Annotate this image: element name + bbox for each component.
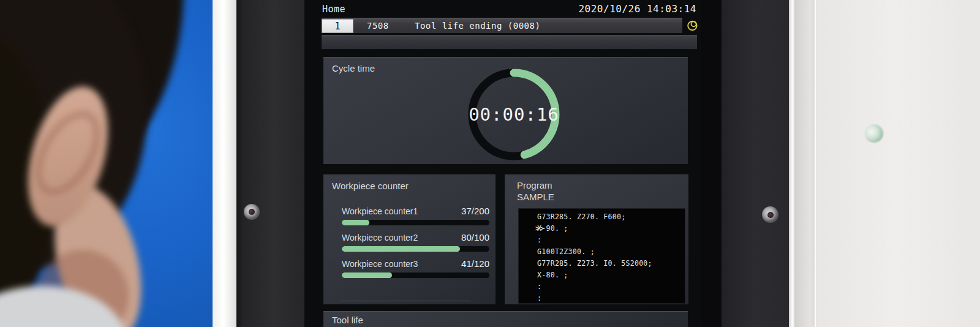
gcode-line: : <box>519 281 685 293</box>
counter3-value: 41/120 <box>461 258 489 269</box>
alarm-message: Tool life ending (0008) <box>415 21 540 31</box>
tool-life-heading: Tool life <box>332 315 363 325</box>
cursor-marker <box>519 269 537 281</box>
gcode-viewer: G73R285. Z270. F600; >> X-90. ; : G100T2… <box>518 208 685 304</box>
cursor-marker: >> <box>519 223 537 235</box>
monitor-bezel-right <box>722 0 789 327</box>
cycle-progress-ring: 00:00:16 <box>465 66 563 164</box>
panel-divider <box>340 301 471 301</box>
cycle-time-label: Cycle time <box>332 63 375 73</box>
bezel-screw-icon <box>244 204 260 220</box>
gcode-line: : <box>519 235 685 246</box>
door-seam <box>815 0 816 327</box>
counter3-label: Workpiece counter3 <box>342 259 418 269</box>
gcode-line: G77R285. Z273. I0. 5S2000; <box>519 258 685 269</box>
cursor-marker <box>519 293 537 304</box>
cnc-control-screen: Home 2020/10/26 14:03:14 1 7508 Tool lif… <box>304 0 701 327</box>
tool-life-panel[interactable]: Tool life <box>323 311 688 327</box>
program-name: SAMPLE <box>517 192 554 202</box>
cursor-marker <box>519 281 537 293</box>
page-title: Home <box>322 4 345 15</box>
gcode-line: G100T2Z300. ; <box>519 246 685 258</box>
counter2-label: Workpiece counter2 <box>342 233 418 242</box>
workpiece-counter-heading: Workpiece counter <box>332 181 409 191</box>
program-panel[interactable]: Program SAMPLE G73R285. Z270. F600; >> X… <box>505 175 688 304</box>
machine-door-edge <box>789 0 794 327</box>
counter2-value: 80/100 <box>461 232 489 242</box>
counter2-bar <box>342 246 489 252</box>
cursor-marker <box>519 211 537 223</box>
counter3-bar <box>342 272 489 278</box>
glass-door-knob <box>865 124 883 143</box>
gcode-line: >> X-90. ; <box>519 223 685 235</box>
photo-of-operator-at-control-panel: Home 2020/10/26 14:03:14 1 7508 Tool lif… <box>0 0 980 327</box>
counter1-value: 37/200 <box>461 206 489 216</box>
cursor-marker <box>519 235 537 246</box>
cursor-marker <box>519 246 537 258</box>
cursor-marker <box>519 258 537 269</box>
monitor-frame-right <box>701 0 722 327</box>
gcode-line: X-80. ; <box>519 269 685 281</box>
program-heading: Program <box>517 180 552 190</box>
cycle-time-panel[interactable]: Cycle time 00:00:16 <box>323 57 688 164</box>
alarm-coil-icon <box>687 18 699 32</box>
photo-background-blue <box>0 0 213 327</box>
gcode-line: : <box>519 293 685 304</box>
cycle-time-value: 00:00:16 <box>465 66 563 164</box>
alarm-code: 7508 <box>367 21 406 31</box>
counter1-bar <box>342 220 489 225</box>
datetime-display: 2020/10/26 14:03:14 <box>578 3 696 15</box>
wall-strip <box>213 0 236 327</box>
monitor-bezel-left <box>236 0 304 327</box>
machine-door-panel <box>794 0 980 327</box>
alarm-row-empty[interactable] <box>322 35 697 49</box>
alarm-message-row[interactable]: 1 7508 Tool life ending (0008) <box>322 18 682 33</box>
alarm-index-badge: 1 <box>322 19 353 33</box>
counter1-label: Workpiece counter1 <box>342 206 418 216</box>
bezel-screw-icon <box>762 206 778 223</box>
workpiece-counter-panel[interactable]: Workpiece counter Workpiece counter1 37/… <box>323 175 496 304</box>
gcode-line: G73R285. Z270. F600; <box>519 211 685 223</box>
